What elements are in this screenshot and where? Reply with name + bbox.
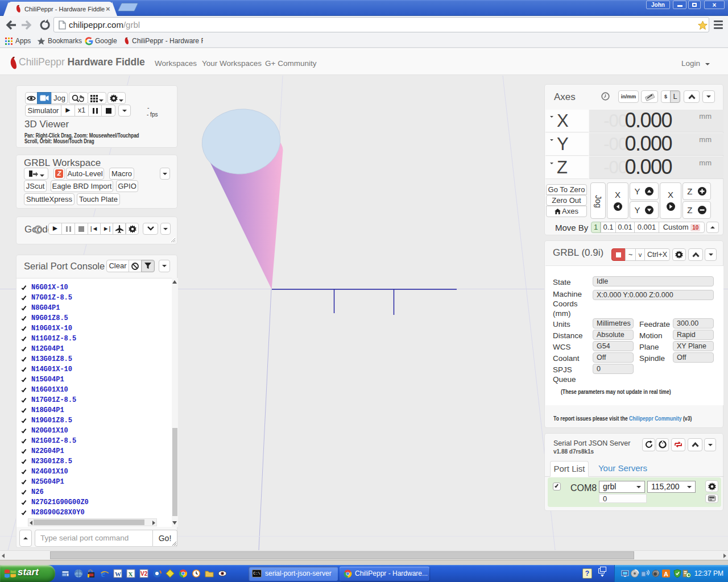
svg-text:V2: V2 — [140, 571, 148, 577]
svg-text:A: A — [664, 571, 668, 577]
svg-text:e: e — [101, 569, 105, 578]
svg-text:X: X — [129, 571, 133, 577]
svg-text:W: W — [115, 571, 121, 577]
